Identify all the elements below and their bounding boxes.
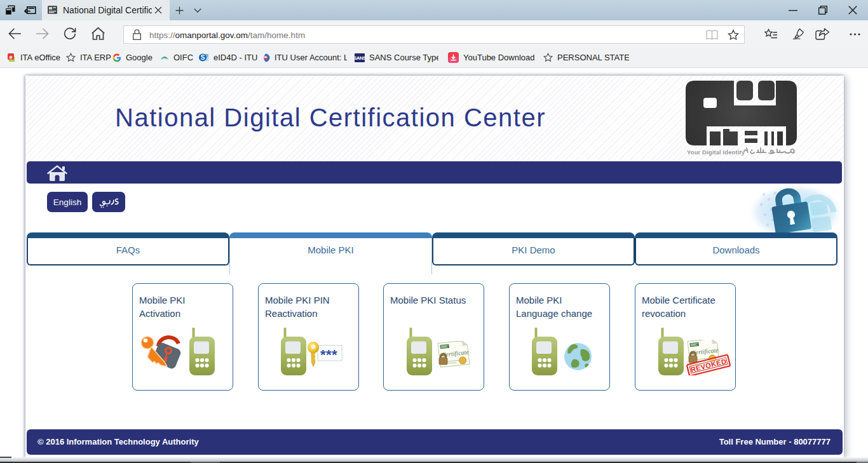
svg-text:S: S (201, 54, 205, 61)
svg-text:e: e (9, 54, 12, 60)
svg-text:SANS: SANS (355, 55, 365, 61)
svg-text:Your Digital Identity: Your Digital Identity (687, 149, 745, 156)
svg-text:***: *** (320, 347, 337, 363)
